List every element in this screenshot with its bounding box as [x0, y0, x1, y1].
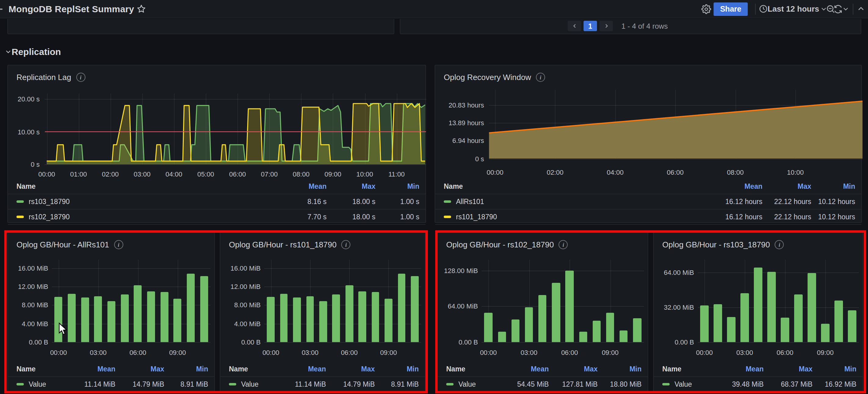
legend-col-mean[interactable]: Mean — [265, 365, 326, 373]
bar[interactable] — [94, 296, 102, 342]
bar[interactable] — [384, 299, 393, 342]
legend-col-min[interactable]: Min — [164, 365, 208, 373]
bar[interactable] — [795, 294, 802, 342]
legend-col-min[interactable]: Min — [375, 182, 420, 190]
bar[interactable] — [484, 313, 493, 342]
legend-col-min[interactable]: Min — [812, 365, 857, 373]
bar[interactable] — [498, 332, 506, 342]
bar[interactable] — [306, 296, 314, 342]
replication-lag-chart[interactable]: 0 s10.00 s20.00 s00:0001:0002:0003:0004:… — [8, 65, 427, 179]
page-prev-button[interactable] — [568, 21, 581, 31]
legend-col-name[interactable]: Name — [444, 182, 701, 190]
legend-col-mean[interactable]: Mean — [266, 182, 327, 190]
share-button[interactable]: Share — [713, 2, 748, 16]
legend-col-max[interactable]: Max — [549, 365, 597, 373]
legend-col-name[interactable]: Name — [446, 365, 488, 373]
bar[interactable] — [593, 321, 601, 342]
legend-row[interactable]: Value11.14 MiB14.79 MiB8.91 MiB — [220, 376, 425, 392]
bar[interactable] — [319, 301, 327, 342]
bar[interactable] — [525, 308, 533, 342]
bar[interactable] — [345, 286, 353, 342]
bar[interactable] — [358, 291, 366, 342]
bar[interactable] — [538, 295, 547, 342]
bar[interactable] — [121, 294, 128, 342]
bar[interactable] — [293, 298, 301, 342]
time-range-picker[interactable]: Last 12 hours — [763, 4, 824, 13]
page-next-button[interactable] — [599, 21, 613, 31]
bar[interactable] — [332, 294, 340, 342]
oplog-bar-chart[interactable]: 0.00 B32.00 MiB64.00 MiB00:0003:0006:000… — [654, 233, 864, 359]
legend-col-max[interactable]: Max — [327, 182, 375, 190]
oplog-bar-chart[interactable]: 0.00 B64.00 MiB128.00 MiB00:0003:0006:00… — [438, 233, 649, 359]
bar[interactable] — [714, 304, 722, 342]
x-axis-label: 00:00 — [261, 349, 280, 356]
legend-col-name[interactable]: Name — [17, 365, 54, 373]
bar[interactable] — [81, 298, 89, 342]
legend-col-max[interactable]: Max — [115, 365, 164, 373]
oplog-recovery-series — [435, 65, 863, 179]
legend-col-min[interactable]: Min — [597, 365, 642, 373]
oplog-recovery-chart[interactable]: 0 s6.94 hours13.89 hours20.83 hours00:00… — [435, 65, 863, 179]
oplog-bar-chart[interactable]: 0.00 B4.00 MiB8.00 MiB12.00 MiB16.00 MiB… — [220, 233, 426, 359]
legend-row[interactable]: Value39.48 MiB68.37 MiB16.92 MiB — [654, 376, 863, 392]
bar[interactable] — [808, 273, 816, 342]
legend-row[interactable]: Value11.14 MiB14.79 MiB8.91 MiB — [8, 376, 214, 392]
bar[interactable] — [398, 274, 406, 342]
legend-row[interactable]: Value54.45 MiB127.81 MiB18.80 MiB — [438, 376, 648, 392]
bar[interactable] — [160, 292, 168, 342]
x-axis-label: 03:00 — [519, 349, 539, 356]
bar[interactable] — [727, 317, 735, 342]
bar[interactable] — [741, 293, 749, 342]
legend-series-name: rs102_18790 — [17, 213, 266, 221]
bar[interactable] — [768, 272, 776, 342]
bar[interactable] — [606, 313, 614, 342]
legend-col-name[interactable]: Name — [17, 182, 266, 190]
bar[interactable] — [848, 311, 856, 342]
bar[interactable] — [835, 301, 843, 342]
legend-col-max[interactable]: Max — [326, 365, 375, 373]
bar[interactable] — [147, 291, 155, 342]
bar[interactable] — [579, 331, 587, 342]
bar[interactable] — [552, 283, 560, 342]
bar[interactable] — [267, 297, 275, 342]
bar[interactable] — [187, 274, 195, 342]
y-axis-label: 32.00 MiB — [654, 304, 694, 311]
legend-row[interactable]: AllRs10116.12 hours22.12 hours10.12 hour… — [435, 194, 861, 209]
bar[interactable] — [280, 294, 288, 342]
legend-col-mean[interactable]: Mean — [703, 365, 764, 373]
legend-col-name[interactable]: Name — [662, 365, 703, 373]
bar[interactable] — [174, 299, 182, 342]
legend-row[interactable]: rs103_187908.16 s18.00 s1.00 s — [8, 194, 426, 209]
panel-replication-lag: Replication Lag i 0 s10.00 s20.00 s00:00… — [7, 65, 426, 223]
bar[interactable] — [134, 286, 142, 342]
bar[interactable] — [781, 318, 789, 342]
oplog-bar-chart[interactable]: 0.00 B4.00 MiB8.00 MiB12.00 MiB16.00 MiB… — [8, 233, 215, 359]
legend-max-value: 22.12 hours — [763, 198, 811, 205]
bar[interactable] — [633, 318, 642, 342]
bar[interactable] — [620, 331, 628, 342]
y-axis-label: 0.00 B — [438, 338, 478, 346]
panel-oplog-gbhour-rs102: Oplog GB/Hour - rs102_18790i0.00 B64.00 … — [437, 232, 648, 392]
bar[interactable] — [565, 271, 574, 342]
legend-col-mean[interactable]: Mean — [701, 182, 763, 190]
bar[interactable] — [512, 320, 520, 342]
legend-col-max[interactable]: Max — [764, 365, 812, 373]
bar[interactable] — [754, 268, 762, 342]
bar[interactable] — [821, 324, 829, 342]
bar[interactable] — [68, 294, 76, 342]
bar[interactable] — [371, 292, 379, 342]
legend-row[interactable]: rs101_1879016.12 hours22.12 hours10.12 h… — [435, 209, 861, 225]
bar[interactable] — [411, 276, 419, 342]
legend-col-min[interactable]: Min — [811, 182, 855, 190]
legend-col-mean[interactable]: Mean — [488, 365, 549, 373]
legend-col-max[interactable]: Max — [763, 182, 811, 190]
bar[interactable] — [107, 301, 115, 342]
page-1-button[interactable]: 1 — [584, 21, 597, 31]
legend-col-min[interactable]: Min — [375, 365, 419, 373]
section-replication[interactable]: Replication — [8, 47, 61, 57]
bar[interactable] — [701, 305, 708, 342]
legend-col-mean[interactable]: Mean — [54, 365, 115, 373]
bar[interactable] — [200, 276, 208, 342]
legend-row[interactable]: rs102_187907.70 s18.00 s1.00 s — [8, 209, 426, 225]
legend-col-name[interactable]: Name — [229, 365, 265, 373]
